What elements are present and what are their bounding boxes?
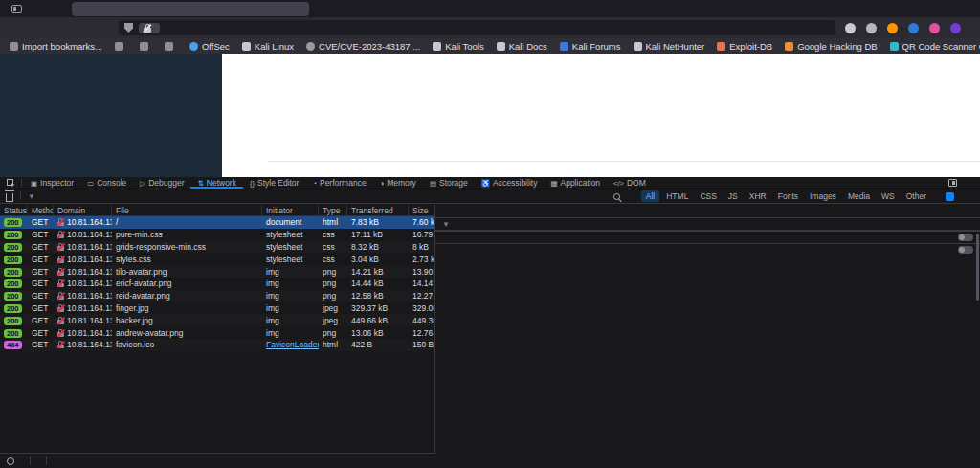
devtools-tab-label: Storage xyxy=(439,178,468,188)
url-bar[interactable] xyxy=(119,20,835,35)
column-header[interactable]: Type xyxy=(319,205,347,215)
devtools-tab-label: Debugger xyxy=(148,178,184,188)
table-row[interactable]: 200 GET 10.81.164.137:8... styles.css st… xyxy=(0,253,434,265)
raw-toggle[interactable] xyxy=(958,234,973,241)
devtools-tab[interactable]: ⇅ Network xyxy=(190,177,242,189)
devtools-tab[interactable]: </> DOM xyxy=(607,177,653,189)
toolbar-extension-icon[interactable] xyxy=(845,23,856,33)
sidebar-caret-icon[interactable] xyxy=(435,205,447,217)
toolbar-extension-icon[interactable] xyxy=(950,23,961,33)
not-secure-badge[interactable] xyxy=(139,23,160,33)
bookmark-item[interactable] xyxy=(165,42,177,51)
bookmark-item[interactable]: Kali Linux xyxy=(242,41,294,52)
devtools-tab[interactable]: ▣ Inspector xyxy=(24,177,80,189)
bookmark-item[interactable]: Kali Tools xyxy=(433,41,484,52)
scrollbar-thumb[interactable] xyxy=(976,234,979,301)
type-filter-pill[interactable]: Fonts xyxy=(773,190,803,202)
tracking-protection-icon[interactable] xyxy=(124,23,133,33)
browser-tab[interactable] xyxy=(72,2,309,16)
table-row[interactable]: 200 GET 10.81.164.137:8... / document ht… xyxy=(0,216,434,229)
type-cell: png xyxy=(319,279,347,288)
disable-cache-checkbox[interactable] xyxy=(946,192,954,201)
status-badge: 200 xyxy=(4,329,22,338)
devtools-tab[interactable]: ▤ Storage xyxy=(423,177,475,189)
table-row[interactable]: 200 GET 10.81.164.137:8... tilo-avatar.p… xyxy=(0,265,434,278)
toolbar-extension-icon[interactable] xyxy=(887,23,898,33)
bookmark-item[interactable]: CVE/CVE-2023-43187 ... xyxy=(306,41,420,52)
devtools-tab[interactable]: {} Style Editor xyxy=(243,177,305,189)
split-console-icon[interactable] xyxy=(948,179,957,187)
toolbar-extension-icon[interactable] xyxy=(908,23,919,33)
method-cell: GET xyxy=(28,242,54,252)
method-cell: GET xyxy=(28,303,54,313)
column-header[interactable]: Size xyxy=(409,205,434,215)
column-header[interactable]: Status xyxy=(0,205,28,215)
search-icon[interactable] xyxy=(613,193,620,200)
devtools-tab-icon: ♿ xyxy=(481,179,490,188)
bookmark-item[interactable] xyxy=(115,42,127,51)
type-filter-pill[interactable]: CSS xyxy=(695,190,721,202)
devtools-tab[interactable]: ▭ Console xyxy=(80,177,133,189)
type-filter-pill[interactable]: JS xyxy=(724,190,743,202)
table-row[interactable]: 200 GET 10.81.164.137:8... pure-min.css … xyxy=(0,229,434,241)
bookmark-item[interactable]: Kali NetHunter xyxy=(634,41,705,52)
clear-requests-icon[interactable] xyxy=(6,193,13,202)
size-cell: 14.14 kB xyxy=(409,279,434,288)
status-badge: 200 xyxy=(4,218,22,227)
page-dark-section xyxy=(0,54,222,177)
type-filter-pill[interactable]: Media xyxy=(843,190,875,202)
type-filter-pill[interactable]: Other xyxy=(902,190,931,202)
devtools-tab[interactable]: ♿ Accessibility xyxy=(475,177,545,189)
table-row[interactable]: 200 GET 10.81.164.137:8... hacker.jpg im… xyxy=(0,314,434,326)
devtools-tab[interactable]: ◔ Performance xyxy=(305,177,372,189)
raw-toggle[interactable] xyxy=(958,246,973,254)
column-header[interactable]: Initiator xyxy=(262,205,319,215)
devtools-tab-icon: ▣ xyxy=(31,179,37,188)
type-filter-pill[interactable]: WS xyxy=(877,190,900,202)
table-row[interactable]: 404 GET 10.81.164.137:8... favicon.ico F… xyxy=(0,339,434,351)
table-row[interactable]: 200 GET 10.81.164.137:8... finger.jpg im… xyxy=(0,302,434,315)
devtools-tab[interactable]: ◑ Memory xyxy=(373,177,423,189)
toolbar-extension-icon[interactable] xyxy=(929,23,940,33)
element-picker-icon[interactable] xyxy=(0,179,21,188)
initiator-cell: stylesheet xyxy=(262,230,319,239)
insecure-lock-icon xyxy=(57,218,64,226)
table-row[interactable]: 200 GET 10.81.164.137:8... grids-respons… xyxy=(0,241,434,254)
column-header[interactable]: Method xyxy=(28,205,54,215)
method-cell: GET xyxy=(28,267,54,277)
bookmark-item[interactable]: QR Code Scanner Onli... xyxy=(890,41,980,52)
firefox-view-icon[interactable] xyxy=(11,5,22,13)
bookmark-item[interactable]: OffSec xyxy=(189,41,230,52)
insecure-lock-icon xyxy=(57,231,64,238)
bookmark-item[interactable]: Kali Docs xyxy=(497,41,547,52)
details-tabs xyxy=(435,205,980,218)
insecure-lock-icon xyxy=(144,24,151,33)
type-filter-pill[interactable]: HTML xyxy=(661,190,693,202)
table-row[interactable]: 200 GET 10.81.164.137:8... ericf-avatar.… xyxy=(0,278,434,290)
domain-cell: 10.81.164.137:8... xyxy=(54,267,112,277)
bookmark-item[interactable] xyxy=(140,42,152,51)
type-filter-pill[interactable]: Images xyxy=(805,190,841,202)
bookmark-item[interactable]: Exploit-DB xyxy=(717,41,772,52)
bookmark-item[interactable]: Kali Forums xyxy=(560,41,621,52)
size-cell: 2.73 kB xyxy=(409,255,434,264)
bookmark-item[interactable]: Import bookmarks... xyxy=(10,41,102,52)
devtools-tab[interactable]: ▷ Debugger xyxy=(133,177,190,189)
column-header[interactable]: Domain xyxy=(54,205,112,215)
request-headers-section[interactable] xyxy=(435,243,980,256)
devtools-tab-icon: ▤ xyxy=(430,179,436,188)
type-filter-pill[interactable]: XHR xyxy=(745,190,771,202)
column-header[interactable]: File xyxy=(112,205,262,215)
bookmark-item[interactable]: Google Hacking DB xyxy=(785,41,877,52)
file-cell: grids-responsive-min.css xyxy=(112,242,262,252)
toolbar-extension-icon[interactable] xyxy=(866,23,877,33)
response-headers-section[interactable] xyxy=(435,231,980,243)
type-cell: png xyxy=(319,291,347,301)
size-cell: 7.60 kB xyxy=(409,217,434,227)
table-row[interactable]: 200 GET 10.81.164.137:8... andrew-avatar… xyxy=(0,326,434,339)
type-cell: css xyxy=(319,242,347,252)
devtools-tab[interactable]: ▦ Application xyxy=(544,177,607,189)
table-row[interactable]: 200 GET 10.81.164.137:8... reid-avatar.p… xyxy=(0,290,434,302)
column-header[interactable]: Transferred xyxy=(347,205,409,215)
type-filter-pill[interactable]: All xyxy=(641,190,659,202)
